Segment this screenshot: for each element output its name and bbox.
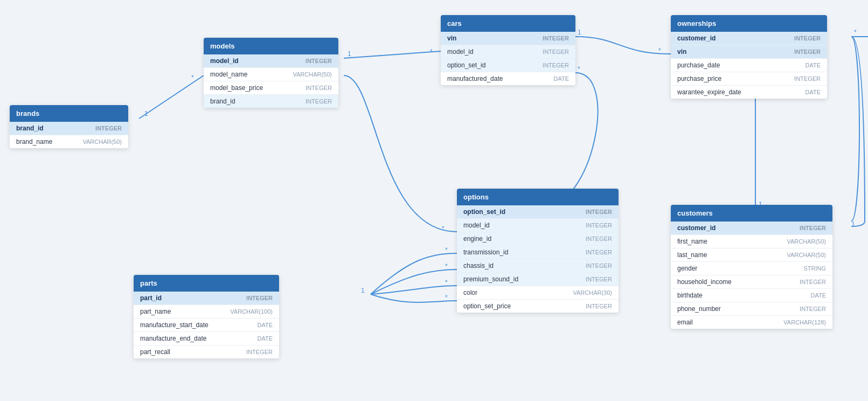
col-type: INTEGER	[586, 249, 612, 255]
col-type: INTEGER	[794, 35, 821, 42]
brands-title: brands	[16, 109, 39, 117]
table-row: manufacture_end_date DATE	[134, 332, 279, 345]
col-name: gender	[677, 265, 697, 272]
col-type: STRING	[803, 265, 826, 272]
col-type: INTEGER	[586, 222, 612, 229]
col-name: chassis_id	[463, 262, 494, 269]
col-name: household_income	[677, 278, 732, 286]
table-ownerships: ownerships customer_id INTEGER vin INTEG…	[671, 15, 827, 99]
col-name: purchase_date	[677, 61, 720, 69]
table-row: gender STRING	[671, 262, 832, 275]
svg-text:*: *	[191, 74, 194, 81]
col-type: INTEGER	[794, 49, 821, 55]
table-row: option_set_price INTEGER	[457, 300, 619, 313]
col-name: model_id	[447, 48, 474, 56]
table-ownerships-body: customer_id INTEGER vin INTEGER purchase…	[671, 32, 827, 99]
ownerships-title: ownerships	[677, 19, 716, 27]
col-name: purchase_price	[677, 75, 721, 82]
col-name: warantee_expire_date	[677, 88, 741, 96]
table-row: option_set_id INTEGER	[441, 59, 575, 72]
table-models-body: model_id INTEGER model_name VARCHAR(50) …	[204, 54, 338, 108]
col-name: option_set_id	[463, 208, 505, 216]
col-name: model_id	[210, 57, 239, 65]
table-row: brand_id INTEGER	[10, 122, 128, 135]
col-name: vin	[677, 48, 686, 56]
svg-text:1: 1	[851, 220, 855, 228]
col-type: VARCHAR(50)	[787, 238, 826, 245]
table-row: warantee_expire_date DATE	[671, 86, 827, 99]
col-name: manufacture_start_date	[140, 321, 209, 329]
table-row: email VARCHAR(128)	[671, 316, 832, 329]
svg-text:*: *	[578, 65, 580, 73]
col-type: INTEGER	[305, 58, 332, 64]
table-row: model_base_price INTEGER	[204, 81, 338, 95]
table-row: engine_id INTEGER	[457, 232, 619, 246]
table-row: part_name VARCHAR(100)	[134, 305, 279, 319]
col-name: birthdate	[677, 292, 703, 299]
table-customers-body: customer_id INTEGER first_name VARCHAR(5…	[671, 222, 832, 329]
table-row: chassis_id INTEGER	[457, 259, 619, 273]
table-options-header: options	[457, 189, 619, 205]
col-type: DATE	[810, 292, 826, 299]
col-name: customer_id	[677, 34, 716, 42]
col-type: DATE	[805, 62, 821, 68]
svg-text:*: *	[442, 225, 445, 232]
diagram-container: 1 * 1 * 1 * * 1 * 1 * 1 * *	[0, 0, 868, 401]
table-cars: cars vin INTEGER model_id INTEGER option…	[441, 15, 575, 85]
col-name: model_id	[463, 222, 490, 229]
table-row: manufactured_date DATE	[441, 72, 575, 85]
svg-text:1: 1	[361, 287, 365, 294]
col-name: part_name	[140, 308, 171, 315]
table-row: household_income INTEGER	[671, 275, 832, 289]
col-name: last_name	[677, 251, 707, 259]
table-options: options option_set_id INTEGER model_id I…	[457, 189, 619, 313]
svg-text:*: *	[445, 262, 448, 270]
table-row: premium_sound_id INTEGER	[457, 273, 619, 286]
col-name: manufactured_date	[447, 75, 503, 82]
col-type: VARCHAR(100)	[230, 308, 273, 315]
col-type: INTEGER	[543, 62, 569, 68]
cars-title: cars	[447, 19, 462, 27]
table-row: purchase_date DATE	[671, 59, 827, 72]
col-type: INTEGER	[794, 75, 821, 82]
col-type: INTEGER	[95, 125, 122, 132]
table-models: models model_id INTEGER model_name VARCH…	[204, 38, 338, 108]
table-row: manufacture_start_date DATE	[134, 319, 279, 332]
col-type: VARCHAR(30)	[573, 289, 612, 296]
table-cars-header: cars	[441, 15, 575, 32]
table-parts: parts part_id INTEGER part_name VARCHAR(…	[134, 275, 279, 358]
parts-title: parts	[140, 279, 157, 287]
svg-text:*: *	[854, 29, 857, 36]
table-row: option_set_id INTEGER	[457, 205, 619, 219]
col-type: DATE	[553, 75, 569, 82]
col-name: engine_id	[463, 235, 491, 243]
svg-text:*: *	[430, 48, 433, 56]
col-name: email	[677, 319, 693, 326]
table-row: transmission_id INTEGER	[457, 246, 619, 259]
table-row: purchase_price INTEGER	[671, 72, 827, 86]
col-type: VARCHAR(50)	[82, 139, 122, 145]
col-name: option_set_id	[447, 61, 485, 69]
col-name: brand_id	[210, 98, 235, 105]
svg-text:1: 1	[578, 29, 581, 36]
table-row: vin INTEGER	[441, 32, 575, 45]
svg-text:1: 1	[348, 50, 351, 58]
table-row: first_name VARCHAR(50)	[671, 235, 832, 248]
table-row: brand_id INTEGER	[204, 95, 338, 108]
table-row: part_id INTEGER	[134, 292, 279, 305]
models-title: models	[210, 42, 235, 50]
table-models-header: models	[204, 38, 338, 54]
table-row: brand_name VARCHAR(50)	[10, 135, 128, 148]
svg-text:*: *	[445, 246, 448, 254]
col-name: manufacture_end_date	[140, 335, 206, 342]
table-customers-header: customers	[671, 205, 832, 222]
col-type: INTEGER	[586, 262, 612, 269]
col-name: color	[463, 289, 477, 296]
table-brands: brands brand_id INTEGER brand_name VARCH…	[10, 105, 128, 148]
col-name: model_name	[210, 71, 247, 78]
col-type: DATE	[805, 89, 821, 95]
col-type: INTEGER	[800, 225, 826, 231]
table-options-body: option_set_id INTEGER model_id INTEGER e…	[457, 205, 619, 313]
table-row: color VARCHAR(30)	[457, 286, 619, 300]
customers-title: customers	[677, 209, 713, 217]
